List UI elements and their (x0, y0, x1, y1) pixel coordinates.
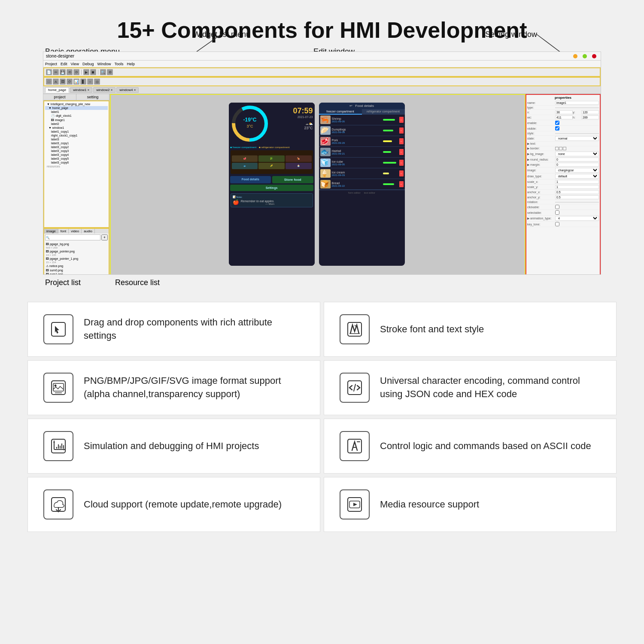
food-delete-btn[interactable]: − (399, 181, 404, 187)
tree-item[interactable]: label3_copy2 (45, 145, 108, 149)
prop-w-value[interactable]: 411 (555, 115, 573, 119)
widget-btn-1[interactable]: □ (46, 79, 52, 85)
prop-type-value[interactable] (555, 107, 599, 108)
widget-btn-5[interactable]: 📊 (73, 79, 79, 85)
res-tab-video[interactable]: video (69, 229, 82, 234)
tree-item[interactable]: label2 (45, 122, 108, 126)
prop-selectable-checkbox[interactable] (555, 210, 559, 215)
food-delete-btn[interactable]: − (399, 160, 404, 166)
prop-anchor-x-value[interactable]: 0.5 (555, 190, 599, 194)
food-delete-btn[interactable]: − (399, 128, 404, 134)
phone-btn-food-details[interactable]: Food details (230, 176, 271, 183)
tree-item[interactable]: label3 (45, 137, 108, 141)
prop-clickable-checkbox[interactable] (555, 205, 559, 209)
toolbar-icon-5[interactable]: ⟳ (73, 69, 79, 75)
toolbar-icon-8[interactable]: 🔍 (100, 69, 106, 75)
menu-view[interactable]: View (71, 62, 79, 66)
prop-animation-type-select[interactable]: 4 (555, 216, 599, 221)
tree-item[interactable]: label1 (45, 110, 108, 114)
left-tab-setting[interactable]: setting (76, 94, 109, 100)
tree-item[interactable]: 🕐 digit_clock1 (45, 114, 108, 118)
prop-h-value[interactable]: 289 (581, 115, 599, 119)
food-delete-btn[interactable]: − (399, 170, 404, 176)
prop-enable-checkbox[interactable] (555, 121, 559, 125)
maximize-btn[interactable] (583, 54, 587, 58)
resource-add-btn[interactable]: + (101, 234, 108, 240)
res-tab-image[interactable]: image (44, 229, 58, 234)
prop-rotation-value[interactable] (555, 202, 599, 203)
tab-window2[interactable]: window2 × (93, 87, 115, 93)
tree-item[interactable]: ▼ window1 (45, 126, 108, 130)
widget-btn-2[interactable]: A (53, 79, 59, 85)
widget-btn-6[interactable]: ▋ (80, 79, 86, 85)
list-item[interactable]: 🖼 pgage_pointer.png (45, 249, 108, 253)
toolbar-icon-9[interactable]: ⚙ (107, 69, 113, 75)
prop-name-value[interactable]: image1 (555, 101, 599, 105)
prop-scale-x-value[interactable]: 1 (555, 180, 599, 184)
close-btn[interactable] (592, 54, 596, 58)
tree-item[interactable]: ▼ Intelligent_charging_pile_new (45, 102, 108, 106)
tree-item[interactable]: label3_copy6 (45, 161, 108, 164)
prop-state-select[interactable]: normal pressed disabled (555, 136, 599, 141)
prop-visible-checkbox[interactable] (555, 126, 559, 131)
menu-help[interactable]: Help (127, 62, 135, 66)
toolbar-icon-4[interactable]: ⟲ (67, 69, 73, 75)
resource-search-input[interactable] (45, 234, 100, 240)
tree-item[interactable]: ▼ home_page (45, 106, 108, 110)
list-item[interactable]: ⚠ notice.png (45, 264, 108, 268)
toolbar-icon-7[interactable]: ⏹ (90, 69, 96, 75)
menu-window[interactable]: Window (97, 62, 111, 66)
prop-image-select[interactable]: chargingcar (555, 168, 599, 173)
toolbar-icon-1[interactable]: 📄 (46, 69, 52, 75)
prop-scale-y-value[interactable]: 1 (555, 185, 599, 189)
phone-btn-settings[interactable]: Settings (230, 185, 313, 191)
menu-debug[interactable]: Debug (82, 62, 94, 66)
toolbar-icon-3[interactable]: 💾 (60, 69, 66, 75)
menu-tools[interactable]: Tools (114, 62, 123, 66)
widget-btn-7[interactable]: ○ (87, 79, 93, 85)
food-delete-btn[interactable]: − (399, 117, 404, 123)
back-icon[interactable]: ↩ (349, 104, 352, 108)
border-color-3[interactable] (563, 147, 566, 150)
res-tab-font[interactable]: font (58, 229, 69, 234)
food-delete-btn[interactable]: − (399, 149, 404, 155)
tree-item[interactable]: 🖼 image1 (45, 118, 108, 122)
tab-window1[interactable]: window1 × (70, 87, 92, 93)
form-editor-tab[interactable]: form editor (348, 191, 361, 194)
text-editor-tab[interactable]: text editor (364, 191, 375, 194)
prop-round-radius-value[interactable]: 0 (555, 158, 599, 161)
menu-edit[interactable]: Edit (61, 62, 67, 66)
tree-item[interactable]: rlight_clock1_copy1 (45, 134, 108, 137)
tree-item[interactable]: label3_copy5 (45, 157, 108, 161)
border-color-2[interactable] (559, 147, 562, 150)
tree-item[interactable]: label3_copy1 (45, 141, 108, 145)
tab-window4[interactable]: window4 × (116, 87, 139, 93)
food-tab-freezer[interactable]: freezer compartment (319, 109, 362, 115)
menu-project[interactable]: Project (45, 62, 57, 66)
left-tab-project[interactable]: project (43, 94, 76, 100)
prop-y-value[interactable]: 120 (581, 110, 599, 114)
tree-item[interactable]: label3_copy4 (45, 153, 108, 157)
widget-btn-8[interactable]: ◎ (94, 79, 100, 85)
prop-bg-image-select[interactable]: none (555, 152, 599, 156)
res-tab-audio[interactable]: audio (82, 229, 95, 234)
toolbar-icon-2[interactable]: ✏ (53, 69, 59, 75)
food-tab-fridge[interactable]: refrigerator compartment (362, 109, 405, 115)
list-item[interactable]: 🖼 pgage_pointer_1.png (45, 257, 108, 261)
list-item[interactable]: 🖼 pgage_bg.png (45, 242, 108, 246)
food-delete-btn[interactable]: − (399, 138, 404, 144)
prop-style-value[interactable] (555, 133, 599, 134)
list-item[interactable]: 🖼 sum0.png (45, 268, 108, 272)
phone-btn-store-food[interactable]: Store food (272, 176, 313, 183)
prop-x-value[interactable]: 36 (555, 110, 573, 114)
widget-btn-3[interactable]: 🖼 (60, 79, 66, 85)
prop-margin-value[interactable]: 0 (555, 163, 599, 167)
widget-btn-4[interactable]: ⏱ (67, 79, 73, 85)
minimize-btn[interactable] (573, 54, 577, 58)
prop-key-tone-checkbox[interactable] (555, 222, 559, 226)
toolbar-icon-6[interactable]: ▶ (83, 69, 89, 75)
ide-canvas[interactable]: -19°C 3°C 07:59 2021-07-23 (111, 95, 525, 275)
list-item[interactable]: 🖼 sum1.png (45, 272, 108, 275)
border-color-1[interactable] (555, 147, 559, 150)
tree-item[interactable]: label1_copy1 (45, 130, 108, 134)
